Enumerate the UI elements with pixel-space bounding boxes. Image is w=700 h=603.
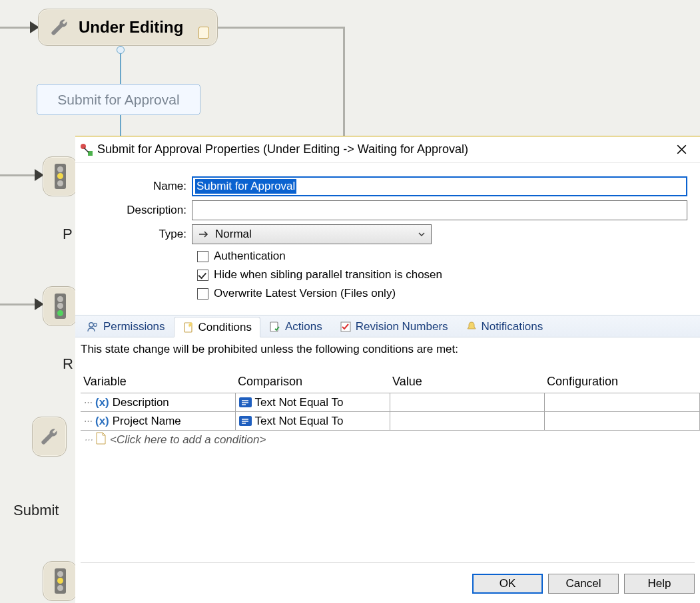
col-variable[interactable]: Variable xyxy=(81,372,235,393)
condition-variable: Description xyxy=(113,396,169,409)
form-area: Name: Submit for Approval Description: T… xyxy=(75,163,700,300)
operator-icon xyxy=(239,416,252,426)
tab-revision-label: Revision Numbers xyxy=(356,320,448,333)
tab-conditions-label: Conditions xyxy=(198,321,252,334)
check-box-icon xyxy=(340,321,352,333)
checkbox-overwrite-label: Overwrite Latest Version (Files only) xyxy=(214,287,396,300)
conditions-header-row: Variable Comparison Value Configuration xyxy=(81,372,700,393)
workflow-canvas: Under Editing Submit for Approval P R Su… xyxy=(0,0,700,603)
arrow-right-icon xyxy=(198,228,210,240)
wrench-icon xyxy=(49,17,69,37)
traffic-light-icon xyxy=(55,164,66,189)
users-icon xyxy=(87,321,99,333)
checkbox-overwrite-row[interactable]: Overwrite Latest Version (Files only) xyxy=(197,287,700,300)
condition-value[interactable] xyxy=(390,393,544,412)
description-label: Description: xyxy=(75,204,192,217)
checkbox-authentication[interactable] xyxy=(197,251,208,262)
page-check-icon xyxy=(269,321,281,333)
checkbox-hide-row[interactable]: Hide when sibling parallel transition is… xyxy=(197,268,700,282)
help-button[interactable]: Help xyxy=(624,574,695,594)
tree-line-icon: ⋯ xyxy=(84,416,92,426)
checkbox-hide[interactable] xyxy=(197,270,208,281)
operator-icon xyxy=(239,397,252,407)
condition-comparison: Text Not Equal To xyxy=(255,415,344,428)
name-input[interactable]: Submit for Approval xyxy=(192,176,687,196)
checkbox-authentication-label: Authentication xyxy=(214,250,286,263)
ok-button[interactable]: OK xyxy=(472,574,543,594)
tab-notifications-label: Notifications xyxy=(482,320,543,333)
partial-text-r: R xyxy=(63,355,73,373)
traffic-light-icon xyxy=(55,568,66,594)
dialog-titlebar[interactable]: Submit for Approval Properties (Under Ed… xyxy=(75,136,700,163)
traffic-light-icon xyxy=(55,294,66,319)
conditions-note: This state change will be prohibited unl… xyxy=(81,343,700,356)
partial-text-p: P xyxy=(63,226,73,243)
dialog-title: Submit for Approval Properties (Under Ed… xyxy=(97,142,468,156)
svg-point-2 xyxy=(89,323,93,327)
file-dogear-icon xyxy=(198,27,209,39)
tree-line-icon: ⋯ xyxy=(84,435,92,445)
condition-configuration[interactable] xyxy=(544,393,700,412)
condition-row[interactable]: ⋯(x)Project NameText Not Equal To xyxy=(81,412,700,431)
checkbox-overwrite[interactable] xyxy=(197,288,208,300)
tab-actions[interactable]: Actions xyxy=(260,317,331,337)
cancel-button[interactable]: Cancel xyxy=(548,574,619,594)
transition-node-label: Submit for Approval xyxy=(57,92,179,108)
transition-properties-dialog: Submit for Approval Properties (Under Ed… xyxy=(75,136,700,603)
add-condition-row[interactable]: ⋯<Click here to add a condition> xyxy=(81,431,700,449)
name-label: Name: xyxy=(75,180,192,193)
dialog-button-bar: OK Cancel Help xyxy=(81,562,695,594)
state-node-label: Under Editing xyxy=(79,18,183,37)
bell-icon xyxy=(466,321,478,333)
col-configuration[interactable]: Configuration xyxy=(544,372,700,393)
state-node-under-editing[interactable]: Under Editing xyxy=(38,9,218,46)
conditions-table: Variable Comparison Value Configuration … xyxy=(81,372,700,449)
state-node-partial-4[interactable] xyxy=(43,561,77,601)
state-node-partial-1[interactable] xyxy=(43,156,77,196)
condition-comparison: Text Not Equal To xyxy=(255,396,344,409)
tab-body-conditions: This state change will be prohibited unl… xyxy=(75,337,700,449)
tab-actions-label: Actions xyxy=(285,320,322,333)
description-input[interactable] xyxy=(192,200,687,220)
state-node-partial-2[interactable] xyxy=(43,286,77,326)
add-condition-placeholder: <Click here to add a condition> xyxy=(110,433,266,447)
type-label: Type: xyxy=(75,228,192,241)
tab-revision-numbers[interactable]: Revision Numbers xyxy=(331,317,457,337)
tab-conditions[interactable]: Conditions xyxy=(174,317,260,337)
partial-text-submit: Submit xyxy=(13,502,59,519)
svg-point-3 xyxy=(94,323,97,327)
variable-icon: (x) xyxy=(95,396,109,409)
tab-notifications[interactable]: Notifications xyxy=(457,317,552,337)
checkbox-authentication-row[interactable]: Authentication xyxy=(197,250,700,263)
tab-permissions[interactable]: Permissions xyxy=(79,317,174,337)
tree-line-icon: ⋯ xyxy=(84,397,92,407)
transition-node-submit[interactable]: Submit for Approval xyxy=(37,84,200,115)
page-star-icon xyxy=(182,321,194,333)
chevron-down-icon xyxy=(418,230,426,238)
condition-configuration[interactable] xyxy=(544,412,700,431)
wrench-icon xyxy=(39,427,59,447)
state-node-partial-3[interactable] xyxy=(32,417,67,457)
col-comparison[interactable]: Comparison xyxy=(235,372,390,393)
tab-permissions-label: Permissions xyxy=(103,320,165,333)
variable-icon: (x) xyxy=(95,415,109,428)
col-value[interactable]: Value xyxy=(390,372,544,393)
condition-variable: Project Name xyxy=(113,415,181,428)
checkbox-hide-label: Hide when sibling parallel transition is… xyxy=(214,268,442,282)
new-page-icon xyxy=(95,432,107,448)
condition-value[interactable] xyxy=(390,412,544,431)
condition-row[interactable]: ⋯(x)DescriptionText Not Equal To xyxy=(81,393,700,412)
tab-strip: Permissions Conditions Actions Revision … xyxy=(75,315,700,337)
transition-icon xyxy=(80,143,93,156)
type-value: Normal xyxy=(215,228,252,241)
close-button[interactable] xyxy=(667,140,696,160)
type-dropdown[interactable]: Normal xyxy=(192,224,432,244)
